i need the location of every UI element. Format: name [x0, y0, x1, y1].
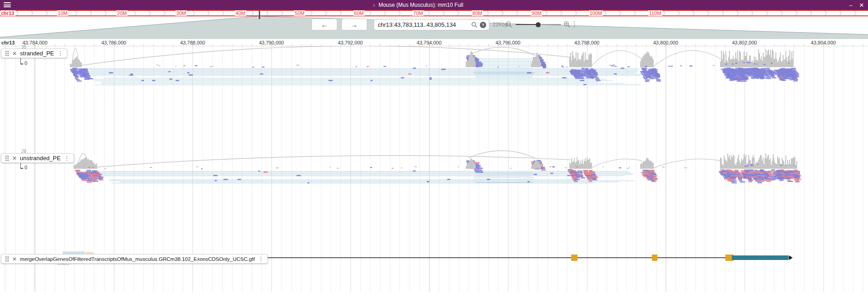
search-icon[interactable]: [471, 22, 478, 28]
track-menu-icon[interactable]: ⋮: [258, 256, 264, 262]
forward-button[interactable]: →: [341, 19, 367, 30]
overview-tick-label: 10M: [57, 10, 68, 16]
view-title: › Mouse (Mus Musculus): mm10 Full: [373, 0, 463, 10]
zoom-in-icon[interactable]: [563, 21, 571, 28]
assembly-title: Mouse (Mus Musculus): mm10 Full: [379, 2, 464, 8]
overview-tick-label: 60M: [353, 10, 365, 16]
jbrowse-window: › Mouse (Mus Musculus): mm10 Full – ✕ ❯❯…: [0, 0, 868, 299]
track2-axis-tick: [20, 168, 23, 169]
close-track-icon[interactable]: ✕: [12, 156, 17, 161]
zoom-out-icon[interactable]: [505, 21, 513, 28]
minimize-button[interactable]: –: [845, 0, 856, 10]
ruler-ticks: [0, 44, 868, 46]
location-search-box[interactable]: ?: [374, 19, 489, 30]
close-window-button[interactable]: ✕: [856, 0, 867, 10]
drag-handle-icon[interactable]: [5, 256, 9, 262]
location-input[interactable]: [374, 21, 471, 28]
chevron-right-icon[interactable]: ›: [373, 2, 375, 8]
track2-ymin-label: 0: [25, 165, 27, 170]
current-region-marker: [259, 10, 260, 19]
overview-tick-label: 100M: [589, 10, 603, 16]
overview-tick-label: 80M: [472, 10, 483, 16]
drag-handle-icon[interactable]: [5, 155, 9, 161]
track-label: unstranded_PE: [20, 155, 61, 162]
zoom-slider-thumb[interactable]: [536, 22, 541, 27]
zoom-slider-track[interactable]: [516, 24, 537, 25]
overview-chromosome-label: chr13: [1, 10, 15, 16]
app-bar: › Mouse (Mus Musculus): mm10 Full – ✕: [0, 0, 868, 10]
coordinate-ruler[interactable]: chr13 43,784,00043,786,00043,788,00043,7…: [0, 39, 868, 46]
overview-tick-label: 50M: [294, 10, 305, 16]
track-menu-icon[interactable]: ⋮: [57, 50, 63, 56]
drag-handle-icon[interactable]: [5, 50, 9, 56]
chromosome-overview-ruler[interactable]: ❯❯❯❯❯❯❯❯❯❯❯❯❯❯❯❯❯❯❯❯❯❯❯❯❯❯❯❯❯❯❯❯❯❯❯❯❯❯❯❯…: [0, 10, 868, 16]
overview-tick-label: 90M: [531, 10, 542, 16]
overview-tick-label: 30M: [175, 10, 187, 16]
track-header-gtf[interactable]: ✕ mergeOverlapGenesOfFilteredTranscripts…: [1, 254, 268, 264]
back-button[interactable]: ←: [311, 19, 337, 30]
overview-tick-label: 20M: [116, 10, 128, 16]
overview-tick-label: 110M: [648, 10, 662, 16]
overview-tick-label: 40M: [235, 10, 246, 16]
help-icon[interactable]: ?: [480, 22, 486, 28]
zoom-slider-track-right[interactable]: [542, 24, 561, 25]
track-header-stranded-pe[interactable]: ✕ stranded_PE ⋮: [1, 49, 67, 58]
close-track-icon[interactable]: ✕: [12, 256, 17, 262]
strand-chevrons: ❯❯❯❯❯❯❯❯❯❯❯❯❯❯❯❯❯❯❯❯❯❯❯❯❯❯❯❯❯❯❯❯❯❯❯❯❯❯❯❯…: [0, 11, 868, 15]
track1-axis-tick: [20, 64, 23, 64]
overview-tick-label: 70M: [412, 10, 424, 16]
track-label: stranded_PE: [20, 50, 54, 57]
menu-icon[interactable]: [4, 2, 11, 8]
close-track-icon[interactable]: ✕: [12, 51, 17, 56]
track-menu-icon[interactable]: ⋮: [64, 155, 70, 161]
track-label: mergeOverlapGenesOfFilteredTranscriptsOf…: [20, 256, 255, 262]
view-menu-icon[interactable]: ⋮: [571, 20, 578, 28]
track-header-unstranded-pe[interactable]: ✕ unstranded_PE ⋮: [1, 153, 74, 163]
track1-ymin-label: 0: [25, 60, 27, 66]
